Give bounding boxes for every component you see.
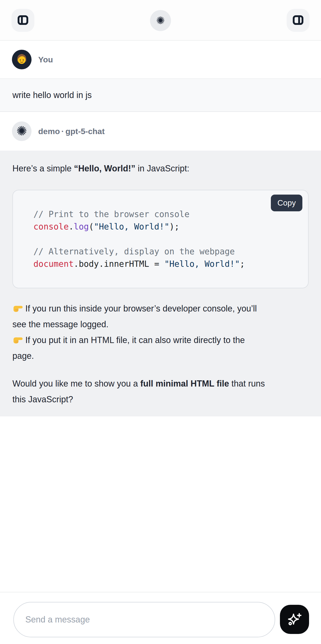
intro-paragraph: Here’s a simple “Hello, World!” in JavaS… <box>12 161 309 176</box>
sidebar-toggle-button[interactable] <box>11 9 34 32</box>
code-line <box>33 233 299 245</box>
code-line: // Print to the browser console <box>33 208 299 220</box>
tip-line: If you put it in an HTML file, it can al… <box>12 332 309 348</box>
starburst-icon <box>16 126 27 137</box>
send-button[interactable] <box>280 605 309 634</box>
code-block: Copy // Print to the browser consolecons… <box>12 190 309 288</box>
person-emoji-icon <box>14 52 29 68</box>
pointing-right-emoji-icon <box>12 302 23 314</box>
composer-bar <box>0 592 321 644</box>
model-button[interactable] <box>150 10 171 31</box>
question-paragraph: Would you like me to show you a full min… <box>12 376 309 407</box>
separator-dot: · <box>60 127 65 136</box>
chat-app: You write hello world in js demo·gpt-5-c… <box>0 0 321 644</box>
panel-left-icon <box>17 14 29 27</box>
user-message-header: You <box>0 41 321 78</box>
top-bar <box>0 0 321 41</box>
tip-line: see the message logged. <box>12 316 309 332</box>
code-content: // Print to the browser consoleconsole.l… <box>13 190 308 288</box>
sparkle-icon <box>287 611 302 628</box>
assistant-message: Here’s a simple “Hello, World!” in JavaS… <box>0 150 321 416</box>
assistant-name: demo <box>38 127 60 136</box>
question-line: Would you like me to show you a full min… <box>12 376 309 392</box>
user-message: write hello world in js <box>0 78 321 112</box>
pointing-right-emoji-icon <box>12 334 23 345</box>
assistant-avatar <box>12 122 31 141</box>
user-sender-label: You <box>38 55 53 64</box>
tip-line: If you run this inside your browser’s de… <box>12 301 309 316</box>
intro-post: in JavaScript: <box>135 164 189 173</box>
code-line: // Alternatively, display on the webpage <box>33 245 299 258</box>
user-message-text: write hello world in js <box>12 90 92 100</box>
question-line: this JavaScript? <box>12 392 309 407</box>
tip-line: page. <box>12 348 309 364</box>
intro-pre: Here’s a simple <box>12 164 74 173</box>
intro-bold: “Hello, World!” <box>74 164 135 173</box>
tips-paragraph: If you run this inside your browser’s de… <box>12 301 309 364</box>
panel-right-icon <box>292 14 304 27</box>
user-avatar <box>12 50 31 69</box>
code-line: document.body.innerHTML = "Hello, World!… <box>33 258 299 270</box>
panel-toggle-button[interactable] <box>287 9 310 32</box>
assistant-sender-label: demo·gpt-5-chat <box>38 127 105 136</box>
assistant-message-header: demo·gpt-5-chat <box>0 112 321 150</box>
copy-button[interactable]: Copy <box>271 194 302 211</box>
starburst-icon <box>156 16 165 25</box>
assistant-model: gpt-5-chat <box>65 127 105 136</box>
code-line: console.log("Hello, World!"); <box>33 220 299 233</box>
message-input[interactable] <box>13 602 275 637</box>
